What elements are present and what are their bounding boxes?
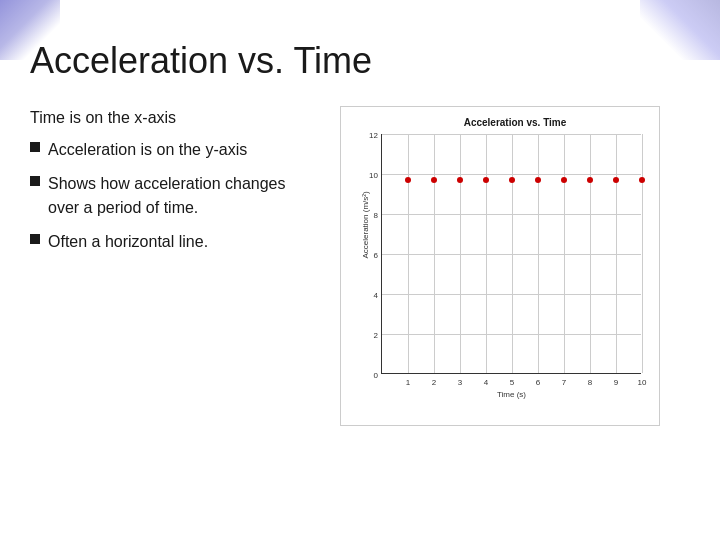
data-point (535, 177, 541, 183)
x-axis-label: Time (s) (497, 390, 526, 399)
bullet-list: Acceleration is on the y-axis Shows how … (30, 138, 290, 254)
chart-inner: Acceleration (m/s²) Time (s) 02468101212… (381, 134, 641, 374)
bullet-icon (30, 176, 40, 186)
data-point (613, 177, 619, 183)
x-tick-label: 4 (484, 378, 488, 387)
page-content: Acceleration vs. Time Time is on the x-a… (0, 0, 720, 540)
grid-v-line (642, 134, 643, 373)
chart-area: Acceleration vs. Time Acceleration (m/s²… (310, 106, 690, 426)
bullet-icon (30, 142, 40, 152)
y-tick-label: 8 (374, 211, 378, 215)
chart-container: Acceleration vs. Time Acceleration (m/s²… (340, 106, 660, 426)
data-point (587, 177, 593, 183)
x-tick-label: 7 (562, 378, 566, 387)
y-tick-label: 4 (374, 291, 378, 295)
grid-v-line (616, 134, 617, 373)
y-tick-label: 0 (374, 371, 378, 375)
data-point (457, 177, 463, 183)
main-area: Time is on the x-axis Acceleration is on… (30, 106, 690, 426)
data-point (509, 177, 515, 183)
grid-v-line (486, 134, 487, 373)
x-tick-label: 2 (432, 378, 436, 387)
y-tick-label: 2 (374, 331, 378, 335)
chart-title: Acceleration vs. Time (381, 117, 649, 128)
x-tick-label: 5 (510, 378, 514, 387)
grid-v-line (590, 134, 591, 373)
grid-v-line (512, 134, 513, 373)
y-axis-label: Acceleration (m/s²) (361, 191, 370, 258)
x-tick-label: 1 (406, 378, 410, 387)
page-title: Acceleration vs. Time (30, 40, 690, 82)
bullet-icon (30, 234, 40, 244)
list-item: Often a horizontal line. (30, 230, 290, 254)
list-item: Shows how acceleration changes over a pe… (30, 172, 290, 220)
y-tick-label: 10 (369, 171, 378, 175)
data-point (431, 177, 437, 183)
bullet-text-2: Shows how acceleration changes over a pe… (48, 172, 290, 220)
list-item: Acceleration is on the y-axis (30, 138, 290, 162)
x-tick-label: 10 (638, 378, 647, 387)
y-tick-label: 6 (374, 251, 378, 255)
x-tick-label: 6 (536, 378, 540, 387)
x-tick-label: 9 (614, 378, 618, 387)
data-point (483, 177, 489, 183)
bullet-text-1: Acceleration is on the y-axis (48, 138, 247, 162)
data-point (561, 177, 567, 183)
grid-v-line (564, 134, 565, 373)
data-point (639, 177, 645, 183)
x-tick-label: 8 (588, 378, 592, 387)
x-tick-label: 3 (458, 378, 462, 387)
data-point (405, 177, 411, 183)
y-tick-label: 12 (369, 131, 378, 135)
grid-v-line (408, 134, 409, 373)
text-content: Time is on the x-axis Acceleration is on… (30, 106, 290, 264)
intro-line: Time is on the x-axis (30, 106, 290, 130)
grid-v-line (434, 134, 435, 373)
grid-v-line (460, 134, 461, 373)
bullet-text-3: Often a horizontal line. (48, 230, 208, 254)
grid-v-line (538, 134, 539, 373)
